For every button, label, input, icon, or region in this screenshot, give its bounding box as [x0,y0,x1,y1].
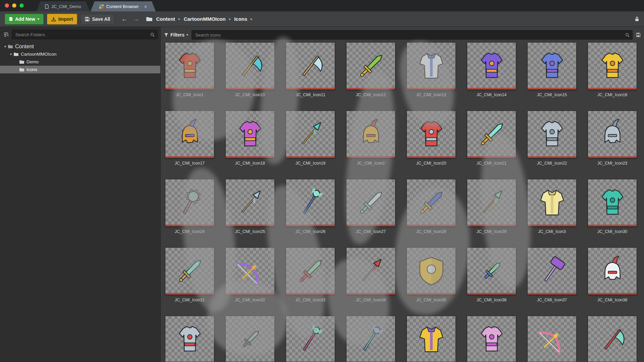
asset-tile-jc-cmi-icon29[interactable]: JC_CMI_Icon29 [467,179,516,234]
history-nav: ← → [121,15,139,23]
asset-tile-jc-cmi-icon28[interactable]: JC_CMI_Icon28 [407,179,455,234]
asset-tile-jc-cmi-icon15[interactable]: JC_CMI_Icon15 [528,43,576,97]
asset-tile-jc-cmi-icon25[interactable]: JC_CMI_Icon25 [226,179,274,234]
folder-tree: ▾Content▾CartoonMMOIconDemoIcons [0,43,160,73]
breadcrumb-item-cartoonmmoicon[interactable]: CartoonMMOIcon [184,16,226,22]
expander-icon[interactable]: ▾ [8,52,13,56]
asset-tile-jc-cmi-icon31[interactable]: JC_CMI_Icon31 [165,248,214,302]
asset-tile[interactable] [407,316,455,362]
breadcrumb-item-icons[interactable]: Icons [234,16,247,22]
helmet-icon [596,118,629,151]
asset-label: JC_CMI_Icon29 [477,229,507,234]
asset-thumbnail [346,111,395,158]
asset-type-color-bar [165,88,214,89]
asset-tile-jc-cmi-icon14[interactable]: JC_CMI_Icon14 [467,43,516,97]
asset-tile-jc-cmi-icon30[interactable]: JC_CMI_Icon30 [588,179,637,234]
asset-type-color-bar [286,225,335,226]
asset-tile-jc-cmi-icon34[interactable]: JC_CMI_Icon34 [346,248,395,302]
save-search-button[interactable] [636,33,641,37]
asset-tile[interactable] [286,316,335,362]
asset-tile[interactable] [165,316,214,362]
asset-tile-jc-cmi-icon13[interactable]: JC_CMI_Icon13 [407,43,455,97]
asset-tile-jc-cmi-icon36[interactable]: JC_CMI_Icon36 [467,248,516,302]
folder-label: Icons [26,67,37,72]
asset-tile[interactable] [528,316,576,362]
breadcrumb-item-content[interactable]: Content [156,16,175,22]
import-button[interactable]: Import [47,14,77,24]
asset-tile-jc-cmi-icon3[interactable]: JC_CMI_Icon3 [528,179,576,234]
asset-type-color-bar [528,156,576,158]
asset-tile-jc-cmi-icon37[interactable]: JC_CMI_Icon37 [528,248,576,302]
tab-strip: JC_CMI_DemoContent Browser× [36,1,156,11]
asset-tile-jc-cmi-icon11[interactable]: JC_CMI_Icon11 [286,43,335,97]
asset-label: JC_CMI_Icon14 [477,93,507,97]
asset-tile[interactable] [346,316,395,362]
forward-button[interactable]: → [133,15,139,23]
lock-content-browser-button[interactable] [635,16,639,22]
asset-tile-jc-cmi-icon19[interactable]: JC_CMI_Icon19 [286,111,335,166]
armor-icon [536,118,569,151]
asset-tile-jc-cmi-icon16[interactable]: JC_CMI_Icon16 [588,43,637,97]
sidebar-folder-icons[interactable]: Icons [0,66,160,73]
asset-label: JC_CMI_Icon21 [477,161,507,166]
asset-tile-jc-cmi-icon38[interactable]: JC_CMI_Icon38 [588,248,637,302]
asset-type-color-bar [346,88,395,89]
staff-icon [294,323,327,356]
asset-type-color-bar [588,88,637,89]
asset-thumbnail [588,111,637,158]
sword-icon [294,255,327,288]
sources-toggle-icon[interactable] [3,32,9,37]
asset-tile-jc-cmi-icon17[interactable]: JC_CMI_Icon17 [165,111,214,166]
asset-thumbnail [588,179,637,226]
asset-thumbnail [286,316,335,362]
asset-tile-jc-cmi-icon26[interactable]: JC_CMI_Icon26 [286,179,335,234]
add-new-button[interactable]: Add New ▾ [5,14,44,24]
new-asset-icon [9,17,13,21]
window-minimize-button[interactable] [12,3,16,8]
asset-tile[interactable] [467,316,516,362]
sidebar-folder-cartoonmmoicon[interactable]: ▾CartoonMMOIcon [0,50,160,58]
asset-tile-jc-cmi-icon10[interactable]: JC_CMI_Icon10 [226,43,274,97]
asset-tile-jc-cmi-icon22[interactable]: JC_CMI_Icon22 [528,111,576,166]
save-all-button[interactable]: Save All [80,14,114,24]
asset-tile-jc-cmi-icon20[interactable]: JC_CMI_Icon20 [407,111,455,166]
asset-tile-jc-cmi-icon32[interactable]: JC_CMI_Icon32 [226,248,274,302]
window-zoom-button[interactable] [19,3,24,8]
asset-thumbnail [588,316,637,362]
expander-icon[interactable]: ▾ [3,45,8,48]
folder-icon [8,45,13,49]
robe-icon [536,186,569,219]
asset-thumbnail [226,248,274,295]
asset-tile-jc-cmi-icon27[interactable]: JC_CMI_Icon27 [346,179,395,234]
asset-type-color-bar [165,156,214,158]
asset-search-input[interactable] [195,32,623,38]
asset-thumbnail [286,111,335,158]
asset-tile-jc-cmi-icon2[interactable]: JC_CMI_Icon2 [346,111,395,166]
asset-tile-jc-cmi-icon21[interactable]: JC_CMI_Icon21 [467,111,516,166]
asset-thumbnail [467,43,516,89]
armor-icon [234,118,267,151]
window-titlebar: JC_CMI_DemoContent Browser× [0,0,644,11]
filters-button[interactable]: Filters ▾ [164,32,188,38]
sidebar-folder-content[interactable]: ▾Content [0,43,160,50]
asset-tile[interactable] [226,316,274,362]
asset-tile[interactable] [588,316,637,362]
asset-tile-jc-cmi-icon18[interactable]: JC_CMI_Icon18 [226,111,274,166]
tab-jc-cmi-demo[interactable]: JC_CMI_Demo [36,1,90,11]
asset-label: JC_CMI_Icon37 [537,298,567,302]
asset-type-color-bar [528,88,576,89]
asset-tile-jc-cmi-icon12[interactable]: JC_CMI_Icon12 [346,43,395,97]
window-close-button[interactable] [5,3,9,8]
asset-tile-jc-cmi-icon23[interactable]: JC_CMI_Icon23 [588,111,637,166]
folder-icon [13,52,19,56]
asset-thumbnail [286,248,335,295]
folder-search-input[interactable] [15,32,148,38]
asset-tile-jc-cmi-icon33[interactable]: JC_CMI_Icon33 [286,248,335,302]
asset-tile-jc-cmi-icon35[interactable]: JC_CMI_Icon35 [407,248,455,302]
back-button[interactable]: ← [121,15,127,23]
asset-tile-jc-cmi-icon24[interactable]: JC_CMI_Icon24 [165,179,214,234]
sidebar-folder-demo[interactable]: Demo [0,58,160,66]
tab-close-icon[interactable]: × [144,4,147,9]
tab-content-browser[interactable]: Content Browser× [91,1,156,11]
asset-tile-jc-cmi-icon1[interactable]: JC_CMI_Icon1 [165,43,214,97]
